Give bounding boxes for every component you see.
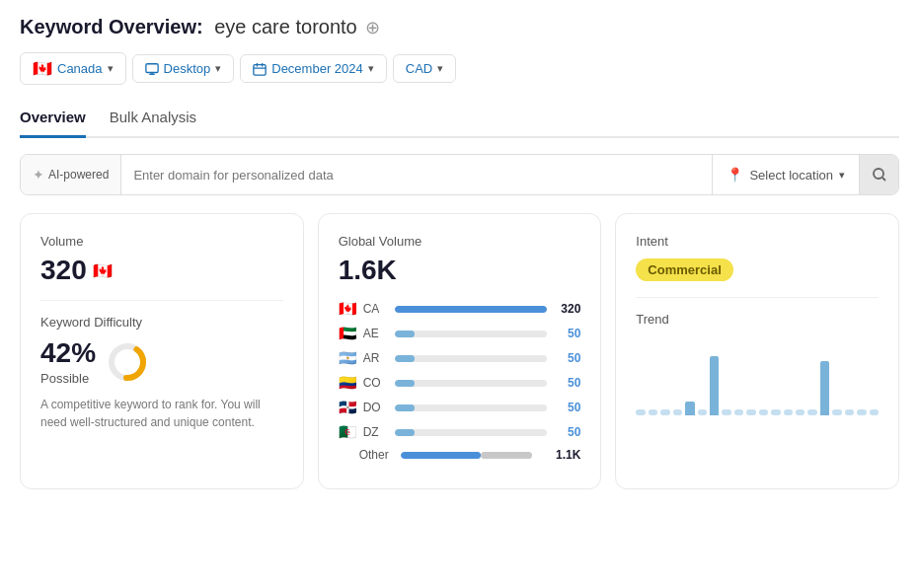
date-selector[interactable]: December 2024 ▾: [240, 54, 387, 83]
volume-divider: [40, 300, 283, 301]
trend-bar-item: [746, 409, 755, 415]
country-row-other: Other 1.1K: [339, 448, 581, 462]
location-select[interactable]: 📍 Select location ▾: [712, 155, 859, 194]
ai-label: AI-powered: [48, 168, 109, 182]
country-row-ca: 🇨🇦 CA 320: [339, 300, 581, 318]
trend-bar-item: [771, 409, 780, 415]
keyword-text: eye care toronto: [214, 16, 357, 37]
country-row-ae: 🇦🇪 AE 50: [339, 325, 581, 342]
code-do: DO: [363, 401, 389, 414]
page-header: Keyword Overview: eye care toronto ⊕: [20, 16, 899, 38]
volume-flag: 🇨🇦: [93, 261, 113, 280]
ai-badge: ✦ AI-powered: [21, 155, 121, 194]
count-do: 50: [553, 401, 580, 414]
bar-fill-ca: [395, 306, 548, 313]
difficulty-row: 42% Possible: [40, 337, 283, 386]
flag-ae: 🇦🇪: [339, 325, 357, 342]
trend-bar-item: [673, 409, 682, 415]
ai-icon: ✦: [33, 167, 44, 183]
flag-co: 🇨🇴: [339, 374, 357, 392]
tabs: Overview Bulk Analysis: [20, 101, 899, 138]
bar-track-ca: [395, 306, 548, 313]
volume-card: Volume 320 🇨🇦 Keyword Difficulty 42% Pos…: [20, 213, 304, 489]
difficulty-tag: Possible: [40, 371, 96, 386]
toolbar: 🇨🇦 Canada ▾ Desktop ▾ December 2024 ▾ CA…: [20, 52, 899, 85]
search-icon: [872, 167, 887, 183]
country-flag: 🇨🇦: [33, 59, 52, 78]
count-ar: 50: [553, 351, 580, 365]
trend-bar-item: [820, 361, 829, 415]
search-button[interactable]: [859, 155, 898, 194]
difficulty-description: A competitive keyword to rank for. You w…: [40, 396, 283, 431]
other-bar-grey: [481, 452, 532, 459]
trend-bar-item: [759, 409, 768, 415]
title-prefix: Keyword Overview:: [20, 16, 203, 37]
code-ar: AR: [363, 351, 389, 365]
global-volume-label: Global Volume: [339, 234, 581, 249]
country-selector[interactable]: 🇨🇦 Canada ▾: [20, 52, 126, 85]
intent-badge: Commercial: [636, 258, 732, 281]
trend-bar-item: [784, 409, 793, 415]
count-co: 50: [553, 376, 580, 390]
bar-fill-ar: [395, 355, 415, 362]
code-co: CO: [363, 376, 389, 390]
code-dz: DZ: [363, 425, 389, 439]
tab-overview[interactable]: Overview: [20, 101, 86, 138]
country-row-ar: 🇦🇷 AR 50: [339, 349, 581, 367]
code-ae: AE: [363, 327, 389, 340]
device-label: Desktop: [164, 61, 211, 76]
svg-rect-0: [145, 63, 157, 72]
other-bar: [401, 452, 548, 459]
bar-track-ar: [395, 355, 548, 362]
other-label: Other: [359, 448, 395, 462]
other-count: 1.1K: [553, 448, 580, 462]
domain-input[interactable]: [121, 155, 712, 194]
intent-trend-card: Intent Commercial Trend: [615, 213, 899, 489]
page-wrapper: Keyword Overview: eye care toronto ⊕ 🇨🇦 …: [0, 0, 919, 588]
add-keyword-icon[interactable]: ⊕: [365, 17, 380, 38]
count-dz: 50: [553, 425, 580, 439]
trend-chart: [636, 336, 879, 415]
search-bar: ✦ AI-powered 📍 Select location ▾: [20, 154, 899, 195]
count-ae: 50: [553, 327, 580, 340]
trend-bar-item: [698, 409, 707, 415]
bar-fill-ae: [395, 331, 415, 337]
count-ca: 320: [553, 302, 580, 316]
country-row-co: 🇨🇴 CO 50: [339, 374, 581, 392]
currency-label: CAD: [406, 61, 432, 76]
trend-bar-item: [870, 409, 879, 415]
bar-fill-co: [395, 380, 415, 387]
currency-selector[interactable]: CAD ▾: [393, 54, 456, 83]
country-chevron: ▾: [108, 62, 114, 75]
calendar-icon: [253, 62, 267, 76]
location-icon: 📍: [727, 167, 743, 183]
location-placeholder: Select location: [749, 168, 833, 183]
code-ca: CA: [363, 302, 389, 316]
desktop-icon: [145, 62, 159, 76]
trend-bar-item: [636, 409, 645, 415]
bar-track-dz: [395, 429, 548, 436]
difficulty-value: 42%: [40, 337, 96, 369]
global-volume-value: 1.6K: [339, 255, 581, 286]
bar-fill-dz: [395, 429, 415, 436]
flag-ar: 🇦🇷: [339, 349, 357, 367]
volume-label: Volume: [40, 234, 283, 249]
page-title: Keyword Overview: eye care toronto: [20, 16, 357, 38]
country-row-do: 🇩🇴 DO 50: [339, 399, 581, 416]
cards-grid: Volume 320 🇨🇦 Keyword Difficulty 42% Pos…: [20, 213, 899, 489]
country-label: Canada: [57, 61, 103, 76]
trend-bar-item: [832, 409, 841, 415]
bar-track-co: [395, 380, 548, 387]
volume-value: 320 🇨🇦: [40, 255, 283, 286]
svg-point-2: [874, 169, 883, 179]
flag-dz: 🇩🇿: [339, 423, 357, 441]
date-label: December 2024: [271, 61, 363, 76]
volume-number: 320: [40, 255, 87, 286]
trend-bar-item: [857, 409, 866, 415]
tab-bulk-analysis[interactable]: Bulk Analysis: [110, 101, 196, 138]
trend-bar-item: [734, 409, 743, 415]
device-selector[interactable]: Desktop ▾: [132, 54, 235, 83]
flag-do: 🇩🇴: [339, 399, 357, 416]
trend-bar-item: [710, 356, 719, 415]
global-volume-card: Global Volume 1.6K 🇨🇦 CA 320 🇦🇪 AE 50 🇦🇷…: [318, 213, 602, 489]
